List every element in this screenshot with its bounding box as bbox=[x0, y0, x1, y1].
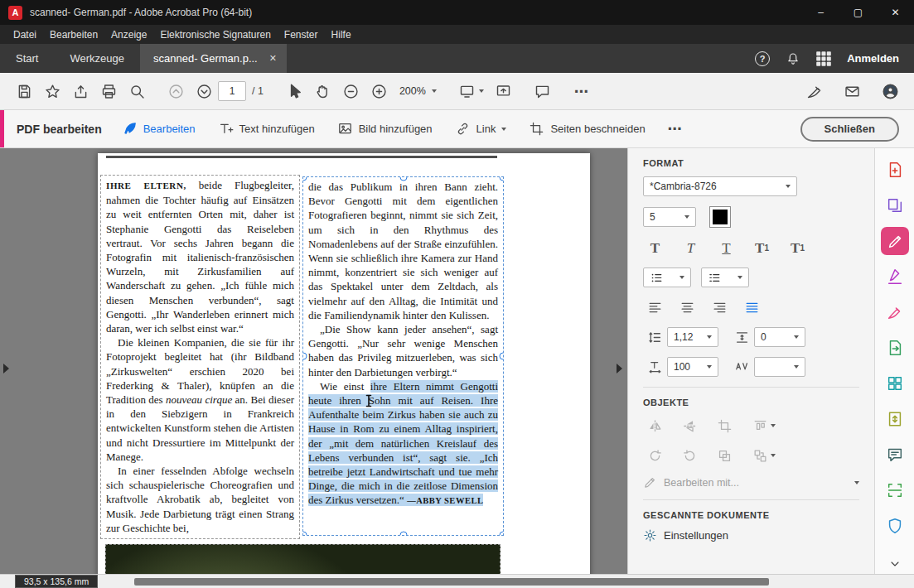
font-family-select[interactable]: *Cambria-8726 bbox=[643, 176, 797, 196]
resize-handle-top-right[interactable] bbox=[500, 176, 505, 181]
add-text-button[interactable]: Text hinzufügen bbox=[218, 121, 315, 137]
comment-icon[interactable] bbox=[529, 77, 557, 105]
horizontal-scrollbar-thumb[interactable] bbox=[134, 578, 770, 586]
organize-pages-icon[interactable] bbox=[881, 369, 909, 398]
maximize-button[interactable]: ▢ bbox=[839, 0, 877, 25]
font-color-picker[interactable] bbox=[709, 206, 731, 228]
crop-pages-button[interactable]: Seiten beschneiden bbox=[529, 121, 645, 137]
zoom-level-select[interactable]: 200% bbox=[394, 82, 442, 100]
marquee-zoom-icon[interactable] bbox=[123, 77, 151, 105]
resize-handle-bottom-left[interactable] bbox=[302, 532, 307, 537]
textbox-right-column-selected[interactable]: die das Publikum in ihren Bann zieht. Be… bbox=[302, 176, 504, 536]
horizontal-scale-select[interactable]: 100 bbox=[667, 357, 718, 377]
align-objects-select[interactable] bbox=[747, 416, 781, 436]
reading-mode-icon[interactable] bbox=[490, 77, 518, 105]
tab-werkzeuge[interactable]: Werkzeuge bbox=[54, 44, 140, 73]
export-pdf-icon[interactable] bbox=[881, 334, 909, 362]
rotate-counterclockwise-button[interactable] bbox=[643, 446, 667, 465]
resize-handle-mid-right[interactable] bbox=[500, 353, 505, 360]
menu-fenster[interactable]: Fenster bbox=[278, 27, 325, 43]
notifications-bell-icon[interactable] bbox=[786, 51, 800, 66]
menu-datei[interactable]: Datei bbox=[7, 27, 43, 43]
page-number-input[interactable] bbox=[218, 81, 246, 101]
edit-toolbar-more-button[interactable]: ⋯ bbox=[668, 120, 683, 137]
arrange-button[interactable] bbox=[713, 446, 737, 465]
sign-in-link[interactable]: Anmelden bbox=[847, 52, 899, 65]
paragraph-spacing-select[interactable]: 0 bbox=[754, 327, 805, 347]
close-edit-mode-button[interactable]: Schließen bbox=[800, 117, 899, 142]
help-icon[interactable]: ? bbox=[755, 51, 770, 66]
textbox-left-column[interactable]: IHRE ELTERN, beide Flugbegleiter, nahmen… bbox=[100, 175, 300, 539]
print-button[interactable] bbox=[94, 77, 123, 105]
align-center-button[interactable] bbox=[675, 297, 699, 317]
page-photo[interactable] bbox=[105, 544, 501, 574]
rail-scroll-down-chevron[interactable] bbox=[888, 557, 902, 571]
email-icon[interactable] bbox=[838, 77, 866, 105]
resize-handle-bottom-right[interactable] bbox=[500, 532, 505, 537]
scanned-settings-row[interactable]: Einstellungen bbox=[643, 528, 859, 542]
right-pane-toggle-arrow[interactable] bbox=[617, 364, 622, 374]
add-image-button[interactable]: Bild hinzufügen bbox=[337, 121, 433, 137]
save-button[interactable] bbox=[10, 77, 38, 105]
edit-tool-button[interactable]: Bearbeiten bbox=[122, 121, 196, 137]
sign-pen-icon[interactable] bbox=[800, 77, 828, 105]
request-signatures-icon[interactable] bbox=[881, 263, 909, 291]
scan-ocr-icon[interactable] bbox=[881, 476, 909, 504]
line-spacing-select[interactable]: 1,12 bbox=[667, 327, 718, 347]
edit-with-row[interactable]: Bearbeiten mit... bbox=[643, 475, 859, 489]
superscript-button[interactable]: T1 bbox=[750, 238, 774, 258]
font-size-select[interactable]: 5 bbox=[643, 207, 696, 227]
create-pdf-icon[interactable] bbox=[881, 156, 909, 184]
minimize-button[interactable]: – bbox=[802, 0, 839, 25]
left-pane-toggle-arrow[interactable] bbox=[3, 364, 9, 374]
menu-bearbeiten[interactable]: Bearbeiten bbox=[43, 27, 104, 43]
zoom-out-button[interactable] bbox=[337, 77, 365, 105]
share-file-icon[interactable] bbox=[66, 77, 94, 105]
more-tools-button[interactable]: ⋯ bbox=[568, 77, 596, 105]
menu-anzeige[interactable]: Anzeige bbox=[104, 27, 153, 43]
select-tool[interactable] bbox=[281, 77, 309, 105]
bold-button[interactable]: T bbox=[643, 238, 667, 258]
profile-avatar[interactable] bbox=[876, 77, 904, 105]
group-objects-select[interactable] bbox=[747, 446, 781, 465]
menu-hilfe[interactable]: Hilfe bbox=[325, 27, 358, 43]
tab-close-icon[interactable]: ✕ bbox=[269, 53, 277, 64]
close-button[interactable]: ✕ bbox=[877, 0, 914, 25]
document-canvas[interactable]: IHRE ELTERN, beide Flugbegleiter, nahmen… bbox=[0, 148, 627, 574]
align-justify-button[interactable] bbox=[740, 297, 764, 317]
hand-tool[interactable] bbox=[309, 77, 337, 105]
horizontal-scrollbar[interactable] bbox=[103, 575, 878, 588]
rotate-clockwise-button[interactable] bbox=[678, 446, 702, 465]
combine-files-icon[interactable] bbox=[881, 191, 909, 219]
kerning-select[interactable] bbox=[754, 357, 805, 377]
page-display-select[interactable] bbox=[453, 77, 490, 105]
edit-pdf-icon[interactable] bbox=[881, 227, 909, 255]
resize-handle-mid-left[interactable] bbox=[302, 353, 307, 360]
tab-start[interactable]: Start bbox=[0, 44, 54, 73]
subscript-button[interactable]: T1 bbox=[786, 238, 810, 258]
compress-pdf-icon[interactable] bbox=[881, 405, 909, 433]
zoom-in-button[interactable] bbox=[365, 77, 394, 105]
link-button[interactable]: Link bbox=[455, 121, 507, 137]
flip-horizontal-button[interactable] bbox=[643, 416, 667, 436]
underline-button[interactable]: T bbox=[714, 238, 738, 258]
resize-handle-top-left[interactable] bbox=[302, 176, 307, 181]
bullet-list-select[interactable] bbox=[643, 267, 691, 287]
resize-handle-bottom-center[interactable] bbox=[399, 532, 407, 537]
pdf-page[interactable]: IHRE ELTERN, beide Flugbegleiter, nahmen… bbox=[98, 153, 590, 574]
tab-document[interactable]: scanned- German.p... ✕ bbox=[140, 44, 287, 73]
apps-grid-icon[interactable] bbox=[816, 51, 831, 66]
protect-pdf-icon[interactable] bbox=[881, 512, 909, 540]
previous-page-button[interactable] bbox=[162, 77, 190, 105]
crop-object-button[interactable] bbox=[713, 416, 737, 436]
align-left-button[interactable] bbox=[643, 297, 667, 317]
italic-button[interactable]: T bbox=[679, 238, 703, 258]
favorites-star-icon[interactable] bbox=[38, 77, 66, 105]
next-page-button[interactable] bbox=[190, 77, 218, 105]
fill-sign-icon[interactable] bbox=[881, 298, 909, 326]
numbered-list-select[interactable] bbox=[701, 267, 749, 287]
menu-elektronische-signaturen[interactable]: Elektronische Signaturen bbox=[153, 27, 277, 43]
align-right-button[interactable] bbox=[708, 297, 732, 317]
flip-vertical-button[interactable] bbox=[678, 416, 702, 436]
comment-icon[interactable] bbox=[881, 441, 909, 469]
